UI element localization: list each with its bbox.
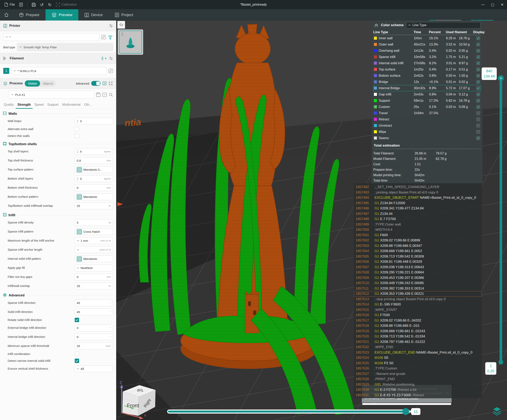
display-checkbox[interactable] (476, 111, 480, 115)
gcode-line[interactable]: 1857511G1 X209.382 Y199.353 E.00314 (354, 286, 482, 291)
maximize-button[interactable]: ▢ (488, 0, 497, 9)
display-checkbox[interactable] (476, 124, 480, 128)
gcode-line[interactable]: 1857521G1 X208.797 Y199.461 E-.01222 (354, 339, 482, 345)
display-checkbox[interactable] (476, 36, 480, 40)
gcode-line[interactable]: 1857499;TYPE:Outer wall (354, 222, 482, 227)
display-checkbox[interactable] (476, 42, 480, 47)
display-checkbox[interactable] (476, 92, 480, 97)
tab-preview[interactable]: Preview (45, 9, 78, 21)
gcode-line[interactable]: 1857494EXCLUDE_OBJECT_START NAME=Bastet_… (354, 195, 482, 201)
gcode-line[interactable]: 1857507G1 X209.038 Y199.313 E.00643 (354, 265, 482, 270)
setting-input[interactable]: 0° (75, 334, 113, 340)
setting-checkbox[interactable] (75, 134, 79, 138)
gcode-line[interactable]: 1857523EXCLUDE_OBJECT_END NAME=Bastet_Pr… (354, 350, 482, 355)
printer-settings-icon[interactable] (109, 24, 113, 28)
display-checkbox[interactable] (476, 55, 480, 59)
gcode-line[interactable]: 1857501G1 F600 (354, 232, 482, 238)
bed-type-select[interactable]: Smooth High Temp Plate (17, 43, 113, 51)
move-slider-handle[interactable] (402, 408, 409, 415)
display-checkbox[interactable] (476, 105, 480, 109)
process-tab-strength[interactable]: Strength (16, 101, 33, 109)
setting-input[interactable]: 0.8mm (75, 157, 113, 164)
setting-select[interactable]: All (75, 365, 113, 372)
gcode-line[interactable]: 1857500;WIDTH:0.4 (354, 227, 482, 232)
gcode-line[interactable]: 1857497G1 Z134.44 (354, 211, 482, 217)
setting-pattern[interactable]: Monotonic li... (75, 166, 113, 173)
display-checkbox[interactable] (476, 74, 480, 78)
legend-row-inner-wall[interactable]: Inner wall1h5m19.1%6.29 m18.76 g (373, 35, 481, 41)
gcode-line[interactable]: 1857498G1 E.7 F2700 (354, 217, 482, 222)
legend-row-overhang-wall[interactable]: Overhang wall1m13s0.4%0.02 m0.05 g (373, 48, 481, 54)
spinner-arrows-icon[interactable] (77, 177, 78, 180)
layer-slider-add-button[interactable]: + (498, 75, 504, 81)
legend-row-outer-wall[interactable]: Outer wall45m21s13.3%3.52 m10.50 g (373, 41, 481, 48)
layer-slider-bottom-handle[interactable] (499, 360, 503, 364)
gcode-line[interactable]: 1857508G1 X209.295 Y199.221 E.00664 (354, 270, 482, 275)
tab-device[interactable]: Device (78, 9, 109, 21)
gcode-line[interactable]: 1857529G91 ;Relative positionning (354, 382, 482, 387)
gcode-line[interactable]: 1857526;TYPE:Custom (354, 366, 482, 371)
spinner-arrows-icon[interactable] (77, 150, 78, 153)
scope-global[interactable]: Global (25, 80, 40, 87)
gcode-line[interactable]: 1857512G1 X209.353 Y199.439 E.00221 (354, 291, 482, 297)
gcode-line[interactable]: 1857492;_SET_FAN_SPEED_CHANGING_LAYER (354, 184, 482, 190)
legend-row-unretract[interactable]: Unretract (373, 122, 481, 129)
setting-input[interactable]: 25% (75, 203, 113, 209)
legend-row-internal-bridge[interactable]: Internal Bridge30m32s8.9%5.72 m17.07 g (373, 85, 481, 91)
display-checkbox[interactable] (476, 86, 480, 90)
display-checkbox[interactable] (476, 67, 480, 71)
display-checkbox[interactable] (476, 136, 480, 140)
setting-input[interactable]: 0mm (75, 274, 113, 280)
setting-spinner[interactable]: 4layers (75, 148, 113, 155)
process-tab-quality[interactable]: Quality (2, 101, 16, 109)
gcode-line[interactable]: 1857515;WIPE_START (354, 307, 482, 313)
setting-select[interactable]: 1 mmmm or % (75, 237, 113, 244)
gcode-line[interactable]: 1857503G1 X208.88 Y199.686 E.00347 (354, 243, 482, 249)
plate-thumbnail-card[interactable]: 1 (118, 29, 143, 55)
tab-prepare[interactable]: Prepare (13, 9, 45, 21)
spinner-arrows-icon[interactable] (77, 120, 78, 123)
legend-row-internal-solid-infill[interactable]: Internal solid infill27m58s8.2%3.01 m8.9… (373, 60, 481, 66)
setting-input[interactable]: 0mm (75, 184, 113, 191)
add-filament-icon[interactable] (102, 56, 107, 60)
tab-home[interactable] (0, 9, 13, 21)
gcode-line[interactable]: 1857527; filament end gcode (354, 371, 482, 377)
undo-button[interactable]: ↺ (40, 3, 44, 7)
gcode-line[interactable]: 1857504G1 X208.668 Y199.661 E.0052 (354, 248, 482, 254)
display-checkbox[interactable] (476, 49, 480, 53)
gcode-line[interactable]: 1857518G1 X208.88 Y199.686 E-.015 (354, 323, 482, 329)
gcode-line[interactable]: 1857522;WIPE_END (354, 344, 482, 350)
display-checkbox[interactable] (476, 117, 480, 121)
minimize-button[interactable]: — (478, 0, 488, 9)
collapse-legend-icon[interactable] (374, 23, 379, 27)
legend-row-seams[interactable]: Seams (373, 135, 481, 141)
save-button[interactable] (32, 3, 36, 7)
search-icon[interactable] (109, 93, 113, 97)
setting-spinner[interactable]: 3 (75, 118, 113, 124)
setting-pattern2[interactable]: Cross Hatch (75, 228, 113, 235)
display-checkbox[interactable] (476, 80, 480, 84)
gcode-line[interactable]: 1857495G1 Z134.84 F12000 (354, 201, 482, 206)
gcode-line[interactable]: 1857517G1 X209.02 Y199.66 E-.04202 (354, 318, 482, 323)
tab-project[interactable]: Project (109, 9, 139, 21)
setting-input[interactable]: 0° (75, 325, 113, 331)
setting-input[interactable]: 25mm² (75, 343, 113, 349)
gcode-line[interactable]: 1857516G1 F7500 (354, 313, 482, 318)
filament-preset-select[interactable]: * SUNLU PLA (11, 67, 106, 75)
edit-printer-icon[interactable] (101, 35, 106, 39)
legend-row-bottom-surface[interactable]: Bottom surface2m52s0.8%0.50 m1.50 g (373, 72, 481, 79)
setting-checkbox[interactable] (75, 359, 79, 363)
close-button[interactable]: ✕ (497, 0, 507, 9)
display-checkbox[interactable] (476, 130, 480, 134)
filament-slot-badge[interactable]: 1 (3, 68, 9, 74)
setting-select[interactable]: (mm or % (75, 246, 113, 253)
legend-row-wipe[interactable]: Wipe (373, 129, 481, 135)
display-checkbox[interactable] (476, 61, 480, 65)
compare-ab-icon[interactable]: AB (109, 81, 113, 86)
gcode-line[interactable]: 1857506G1 X208.81 Y199.448 E.00329 (354, 259, 482, 265)
printer-preset-select[interactable]: * (3, 33, 99, 41)
legend-row-custom[interactable]: Custom25s0.1%0.03 m0.09 g (373, 104, 481, 110)
wifi-connection-icon[interactable] (108, 35, 113, 39)
move-slider-track[interactable] (167, 410, 410, 413)
collapse-panel-button[interactable] (117, 21, 125, 28)
